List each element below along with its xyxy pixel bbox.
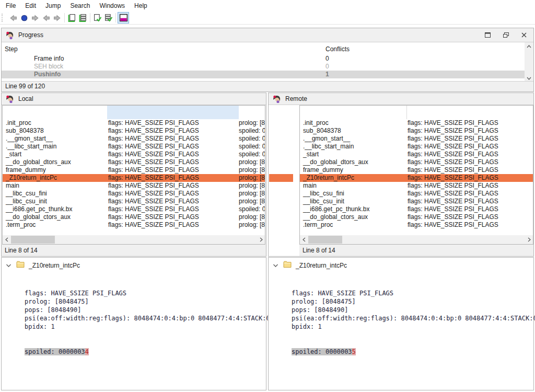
menu-item-jump[interactable]: Jump (41, 1, 65, 11)
origin-circle-icon[interactable] (19, 13, 30, 24)
menu-item-search[interactable]: Search (65, 1, 95, 11)
function-name-cell: __libc_csu_fini (6, 190, 47, 198)
function-row[interactable]: _Z10return_intcPcflags: HAVE_SSIZE PSI_F… (300, 174, 533, 182)
stack-icon[interactable] (77, 13, 88, 24)
function-row[interactable]: mainflags: HAVE_SSIZE PSI_FLAGS (300, 182, 533, 190)
menu-item-windows[interactable]: Windows (95, 1, 130, 11)
function-row[interactable]: _startflags: HAVE_SSIZE PSI_FLAGSspoiled… (3, 151, 265, 158)
detail-line: flags: HAVE_SSIZE PSI_FLAGS (292, 289, 535, 297)
scrollbar-thumb[interactable] (11, 236, 55, 244)
function-row[interactable]: sub_8048378flags: HAVE_SSIZE PSI_FLAGSsp… (3, 127, 265, 135)
remote-horizontal-scrollbar[interactable] (300, 235, 533, 244)
local-titlebar: Local (2, 93, 266, 105)
close-icon[interactable] (521, 32, 527, 38)
prev-arrow-icon[interactable] (41, 13, 52, 24)
menu-item-file[interactable]: File (1, 1, 20, 11)
function-row[interactable]: .__libc_start_mainflags: HAVE_SSIZE PSI_… (3, 143, 265, 151)
function-row[interactable]: mainflags: HAVE_SSIZE PSI_FLAGSprolog: [… (3, 182, 265, 190)
column-header-conflicts[interactable]: Conflicts (325, 45, 350, 53)
detail-line: bpidx: 1 (292, 322, 535, 331)
step-cell: Frame info (34, 55, 64, 63)
function-row[interactable]: __do_global_ctors_auxflags: HAVE_SSIZE P… (3, 213, 265, 221)
menu-item-help[interactable]: Help (130, 1, 152, 11)
function-row[interactable]: __do_global_dtors_auxflags: HAVE_SSIZE P… (3, 158, 265, 166)
scroll-up-icon[interactable] (525, 42, 533, 50)
function-row[interactable]: .init_procflags: HAVE_SSIZE PSI_FLAGS (300, 119, 533, 127)
local-detail-pane: _Z10return_intcPc flags: HAVE_SSIZE PSI_… (1, 257, 266, 390)
next-arrow-icon[interactable] (52, 13, 63, 24)
toolbar-grip[interactable] (2, 14, 5, 22)
function-row[interactable]: __libc_csu_finiflags: HAVE_SSIZE PSI_FLA… (3, 190, 265, 198)
remote-function-list[interactable]: .init_procflags: HAVE_SSIZE PSI_FLAGSsub… (299, 105, 533, 245)
remote-status: Line 8 of 14 (299, 245, 533, 256)
screen-view-icon[interactable] (118, 12, 129, 24)
flags-cell: flags: HAVE_SSIZE PSI_FLAGS (108, 205, 199, 213)
function-name-cell: __do_global_dtors_aux (6, 158, 71, 166)
folder-icon[interactable] (16, 261, 25, 270)
function-name-cell: __i686.get_pc_thunk.bx (303, 205, 369, 213)
flags-cell: flags: HAVE_SSIZE PSI_FLAGS (108, 158, 199, 166)
function-row[interactable]: _Z10return_intcPcflags: HAVE_SSIZE PSI_F… (3, 174, 265, 182)
scroll-left-icon[interactable] (3, 235, 10, 244)
function-row[interactable]: .term_procflags: HAVE_SSIZE PSI_FLAGSpro… (3, 221, 265, 229)
scroll-right-icon[interactable] (257, 235, 265, 244)
function-row[interactable]: __do_global_ctors_auxflags: HAVE_SSIZE P… (300, 213, 533, 221)
function-row[interactable]: __i686.get_pc_thunk.bxflags: HAVE_SSIZE … (300, 205, 533, 213)
function-name-cell: main (6, 182, 19, 190)
restore-icon[interactable] (503, 32, 509, 38)
column-header-step[interactable]: Step (5, 45, 18, 53)
back-arrow-icon[interactable] (8, 13, 19, 24)
folder-icon[interactable] (283, 261, 292, 270)
function-row[interactable]: frame_dummyflags: HAVE_SSIZE PSI_FLAGS (300, 166, 533, 174)
function-row[interactable]: sub_8048378flags: HAVE_SSIZE PSI_FLAGS (300, 127, 533, 135)
chevron-down-icon[interactable] (6, 262, 11, 269)
progress-row[interactable]: Frame info0 (2, 55, 525, 63)
forward-arrow-icon[interactable] (30, 13, 41, 24)
function-row[interactable]: .__gmon_start__flags: HAVE_SSIZE PSI_FLA… (300, 135, 533, 143)
flags-cell: flags: HAVE_SSIZE PSI_FLAGS (408, 119, 498, 127)
chevron-down-icon[interactable] (273, 262, 278, 269)
progress-vertical-scrollbar[interactable] (525, 42, 533, 82)
flags-cell: flags: HAVE_SSIZE PSI_FLAGS (408, 190, 498, 198)
detail-line: bpidx: 1 (25, 322, 270, 331)
function-row[interactable]: .init_procflags: HAVE_SSIZE PSI_FLAGSpro… (3, 119, 265, 127)
function-name-cell: __libc_csu_fini (303, 190, 344, 198)
scroll-right-icon[interactable] (525, 235, 533, 244)
flags-cell: flags: HAVE_SSIZE PSI_FLAGS (108, 213, 199, 221)
menu-item-edit[interactable]: Edit (20, 1, 41, 11)
detail-line: prolog: [8048475] (292, 297, 535, 306)
extra-cell: prolog: [80 (239, 190, 265, 198)
flags-cell: flags: HAVE_SSIZE PSI_FLAGS (108, 174, 199, 182)
function-row[interactable]: .__libc_start_mainflags: HAVE_SSIZE PSI_… (300, 143, 533, 151)
document-icon[interactable] (66, 13, 77, 24)
flags-cell: flags: HAVE_SSIZE PSI_FLAGS (108, 127, 199, 135)
function-row[interactable]: __i686.get_pc_thunk.bxflags: HAVE_SSIZE … (3, 205, 265, 213)
flags-cell: flags: HAVE_SSIZE PSI_FLAGS (408, 198, 498, 205)
function-row[interactable]: __libc_csu_finiflags: HAVE_SSIZE PSI_FLA… (300, 190, 533, 198)
spoiled-diff-digit: 4 (85, 348, 89, 355)
function-row[interactable]: .__gmon_start__flags: HAVE_SSIZE PSI_FLA… (3, 135, 265, 143)
local-function-list[interactable]: .init_procflags: HAVE_SSIZE PSI_FLAGSpro… (2, 105, 265, 245)
flags-cell: flags: HAVE_SSIZE PSI_FLAGS (108, 135, 199, 143)
toolbar-separator (64, 13, 65, 22)
function-name-cell: .__libc_start_main (303, 143, 354, 151)
document-check-icon[interactable] (92, 13, 103, 24)
function-row[interactable]: __do_global_dtors_auxflags: HAVE_SSIZE P… (300, 158, 533, 166)
function-row[interactable]: .term_procflags: HAVE_SSIZE PSI_FLAGS (300, 221, 533, 229)
function-row[interactable]: __libc_csu_initflags: HAVE_SSIZE PSI_FLA… (3, 198, 265, 205)
flags-cell: flags: HAVE_SSIZE PSI_FLAGS (108, 190, 199, 198)
conflicts-cell: 0 (325, 55, 329, 63)
function-row[interactable]: frame_dummyflags: HAVE_SSIZE PSI_FLAGSpr… (3, 166, 265, 174)
stack-check-icon[interactable] (103, 13, 114, 24)
scrollbar-thumb[interactable] (308, 236, 342, 244)
function-row[interactable]: __libc_csu_initflags: HAVE_SSIZE PSI_FLA… (300, 198, 533, 205)
flags-cell: flags: HAVE_SSIZE PSI_FLAGS (408, 221, 498, 229)
extra-cell: spoiled: 00 (239, 205, 265, 213)
flags-cell: flags: HAVE_SSIZE PSI_FLAGS (408, 158, 498, 166)
progress-row[interactable]: Pushinfo1 (2, 71, 525, 78)
local-horizontal-scrollbar[interactable] (3, 235, 265, 244)
maximize-icon[interactable] (485, 32, 491, 38)
scroll-left-icon[interactable] (300, 235, 308, 244)
progress-row[interactable]: SEH block0 (2, 63, 525, 71)
function-row[interactable]: _startflags: HAVE_SSIZE PSI_FLAGS (300, 151, 533, 158)
